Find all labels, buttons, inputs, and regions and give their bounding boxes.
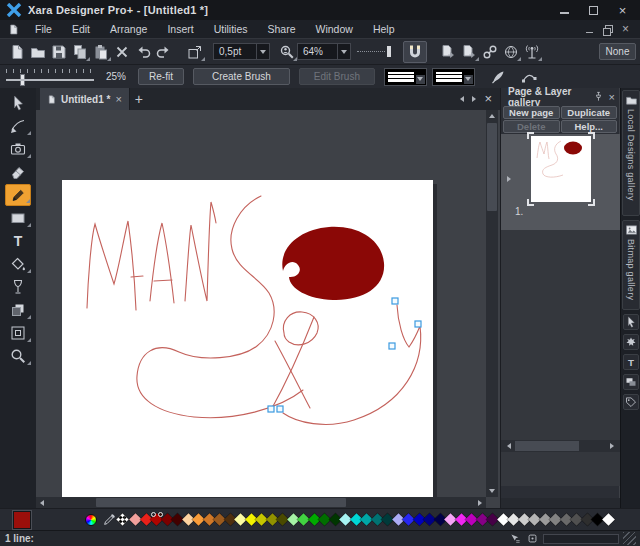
photo-tool[interactable] [5,138,31,160]
chevron-down-icon[interactable] [464,75,473,84]
vertical-scrollbar[interactable] [486,110,498,497]
new-page-button[interactable]: New page [503,106,560,119]
snap-magnet-toggle[interactable] [403,41,427,63]
expander-icon[interactable] [507,176,511,182]
delete-icon[interactable] [111,41,132,63]
transparency-tool[interactable] [5,276,31,298]
export-copy-icon[interactable] [458,41,479,63]
fonts-gallery-icon[interactable]: T [623,354,639,370]
undo-icon[interactable] [132,41,153,63]
zoom-tool[interactable] [5,345,31,367]
menu-item[interactable]: Insert [157,20,203,38]
scroll-left-icon[interactable] [503,440,515,452]
mdi-minimize-icon[interactable] [585,25,594,34]
resize-grip[interactable] [623,532,636,545]
cursor-gallery-icon[interactable] [623,314,639,330]
color-wheel-icon[interactable] [83,509,99,531]
smoothness-slider[interactable] [4,68,96,86]
status-feedback-icon[interactable] [526,533,539,544]
freehand-pencil-tool[interactable] [5,184,31,206]
tab-close-icon[interactable]: × [115,94,121,104]
canvas-viewport[interactable] [36,110,500,508]
menu-item[interactable]: Share [257,20,305,38]
tab-next-icon[interactable] [472,96,476,102]
panel-horizontal-scrollbar[interactable] [501,440,620,452]
link-icon[interactable] [479,41,500,63]
page-list-item[interactable]: 1. [501,134,620,230]
shadow-tool[interactable] [5,299,31,321]
erase-tool[interactable] [5,161,31,183]
smoothness-slider-thumb[interactable] [20,74,25,86]
zoom-slider-thumb[interactable] [387,46,391,57]
stroke-style-select[interactable] [384,68,427,86]
local-designs-gallery-tab[interactable]: Local Designs gallery [622,90,640,216]
new-document-icon[interactable] [6,41,27,63]
zoom-slider[interactable] [357,45,393,59]
shape-editor-tool[interactable] [5,115,31,137]
horizontal-scroll-thumb[interactable] [96,498,346,507]
open-icon[interactable] [27,41,48,63]
vertical-scroll-thumb[interactable] [487,123,497,211]
eyedropper-icon[interactable] [101,509,117,531]
freehand-drawing[interactable] [62,180,433,497]
node-edit-icon[interactable] [519,66,540,88]
chevron-down-icon[interactable] [256,44,269,59]
refit-button[interactable]: Re-fit [138,68,184,85]
page-thumbnail[interactable] [531,136,591,202]
stroke-preset-button[interactable]: None [599,43,636,60]
no-color-swatch[interactable] [117,511,128,529]
scroll-right-icon[interactable] [606,440,618,452]
selector-tool[interactable] [5,92,31,114]
menu-item[interactable]: Window [306,20,363,38]
horizontal-scrollbar[interactable] [36,497,486,508]
name-gallery-icon[interactable] [623,394,639,410]
text-tool[interactable]: T [5,230,31,252]
pin-icon[interactable] [593,91,604,102]
save-icon[interactable] [48,41,69,63]
zoom-level-select[interactable]: 64% [297,43,351,60]
document-tab[interactable]: Untitled1 * × [40,88,130,110]
scroll-up-icon[interactable] [486,110,498,122]
web-export-icon[interactable] [500,41,521,63]
redo-icon[interactable] [153,41,174,63]
export-icon[interactable] [437,41,458,63]
brush-pen-icon[interactable] [488,66,509,88]
minimize-icon[interactable] [559,5,570,16]
clipart-gallery-icon[interactable] [623,374,639,390]
maximize-icon[interactable] [588,5,599,16]
menu-item[interactable]: Help [363,20,405,38]
duplicate-button[interactable]: Duplicate [561,106,618,119]
paste-icon[interactable] [90,41,111,63]
scroll-down-icon[interactable] [486,485,498,497]
menu-item[interactable]: Edit [62,20,100,38]
scroll-right-icon[interactable] [474,497,486,508]
blob-shape[interactable] [282,227,384,300]
canvas-page[interactable] [62,180,433,497]
current-color-swatch[interactable] [13,511,31,529]
panel-scroll-thumb[interactable] [515,441,579,451]
copy-icon[interactable] [69,41,90,63]
menu-item[interactable]: Utilities [204,20,258,38]
tab-close-all-icon[interactable]: × [484,93,492,105]
tab-prev-icon[interactable] [460,96,464,102]
menu-item[interactable]: Arrange [100,20,157,38]
chevron-down-icon[interactable] [337,44,350,59]
fill-tool[interactable] [5,253,31,275]
line-width-select[interactable]: 0,5pt [213,43,270,60]
resize-icon[interactable] [184,41,205,63]
chevron-down-icon[interactable] [416,75,425,84]
palette-swatch[interactable] [603,511,614,529]
zoom-tool-icon[interactable] [276,41,297,63]
mdi-close-icon[interactable]: × [621,25,630,34]
mdi-restore-icon[interactable] [603,25,612,34]
scroll-left-icon[interactable] [36,497,48,508]
splat-gallery-icon[interactable] [623,334,639,350]
document-icon[interactable] [8,23,19,36]
panel-close-icon[interactable]: × [609,92,615,102]
stroke-style-select-2[interactable] [432,68,475,86]
publish-icon[interactable] [521,41,542,63]
rectangle-tool[interactable] [5,207,31,229]
contour-tool[interactable] [5,322,31,344]
menu-item[interactable]: File [25,20,62,38]
create-brush-button[interactable]: Create Brush [193,68,290,85]
